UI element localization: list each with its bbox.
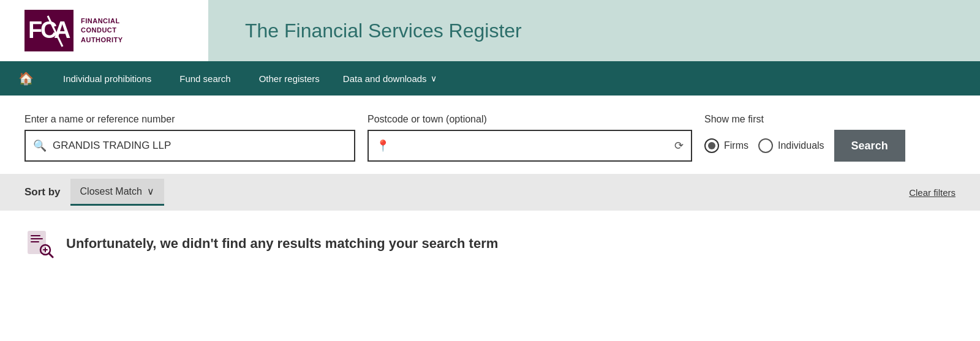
sidebar-item-individual-prohibitions[interactable]: Individual prohibitions: [58, 71, 156, 86]
search-icon: 🔍: [33, 139, 47, 152]
svg-rect-7: [31, 238, 43, 239]
header: F C A FINANCIAL CONDUCT AUTHORITY The Fi…: [0, 0, 980, 61]
name-search-input-wrap: 🔍: [24, 130, 355, 162]
chevron-down-icon: ∨: [431, 73, 437, 83]
radio-firms[interactable]: Firms: [704, 138, 748, 153]
nav-home-icon[interactable]: 🏠: [12, 71, 40, 86]
sort-left: Sort by Closest Match ∨: [24, 179, 164, 206]
radio-group: Firms Individuals Search: [704, 130, 905, 162]
radio-individuals-label: Individuals: [778, 140, 824, 151]
postcode-input-wrap: 📍 ⟳: [368, 130, 692, 162]
refresh-icon[interactable]: ⟳: [674, 139, 684, 152]
radio-individuals-circle: [758, 138, 773, 153]
postcode-search-group: Postcode or town (optional) 📍 ⟳: [368, 114, 692, 162]
logo-text: FINANCIAL CONDUCT AUTHORITY: [81, 17, 123, 45]
show-me-first-label: Show me first: [704, 114, 905, 125]
nav-data-downloads-label: Data and downloads: [343, 73, 427, 84]
name-search-group: Enter a name or reference number 🔍: [24, 114, 355, 162]
logo-area: F C A FINANCIAL CONDUCT AUTHORITY: [24, 10, 208, 51]
nav-data-downloads[interactable]: Data and downloads ∨: [343, 73, 437, 84]
svg-rect-6: [31, 235, 40, 236]
sort-chevron-icon: ∨: [147, 185, 154, 197]
name-search-input[interactable]: [53, 140, 347, 152]
svg-rect-8: [31, 241, 39, 242]
location-icon: 📍: [376, 139, 390, 152]
postcode-label: Postcode or town (optional): [368, 114, 692, 125]
fca-logo: F C A: [24, 10, 74, 51]
no-results-section: Unfortunately, we didn't find any result…: [0, 211, 980, 277]
svg-line-10: [49, 253, 53, 257]
sort-value: Closest Match: [80, 186, 142, 197]
search-button[interactable]: Search: [834, 130, 905, 162]
clear-filters-link[interactable]: Clear filters: [909, 187, 956, 198]
sort-dropdown[interactable]: Closest Match ∨: [70, 179, 164, 206]
name-search-label: Enter a name or reference number: [24, 114, 355, 125]
svg-text:F: F: [28, 17, 42, 43]
sidebar-item-fund-search[interactable]: Fund search: [175, 71, 235, 86]
radio-firms-circle: [704, 138, 719, 153]
sort-by-label: Sort by: [24, 186, 61, 198]
sort-bar: Sort by Closest Match ∨ Clear filters: [0, 174, 980, 211]
nav-bar: 🏠 Individual prohibitions Fund search Ot…: [0, 61, 980, 96]
no-results-text: Unfortunately, we didn't find any result…: [66, 236, 498, 252]
svg-text:A: A: [54, 17, 70, 43]
show-me-first-group: Show me first Firms Individuals Search: [704, 114, 905, 162]
radio-firms-label: Firms: [724, 140, 748, 151]
no-results-icon: [24, 229, 54, 258]
sidebar-item-other-registers[interactable]: Other registers: [254, 71, 325, 86]
search-section: Enter a name or reference number 🔍 Postc…: [0, 96, 980, 174]
header-title: The Financial Services Register: [208, 20, 522, 42]
postcode-input[interactable]: [396, 140, 668, 152]
radio-individuals[interactable]: Individuals: [758, 138, 824, 153]
search-row: Enter a name or reference number 🔍 Postc…: [24, 114, 956, 162]
